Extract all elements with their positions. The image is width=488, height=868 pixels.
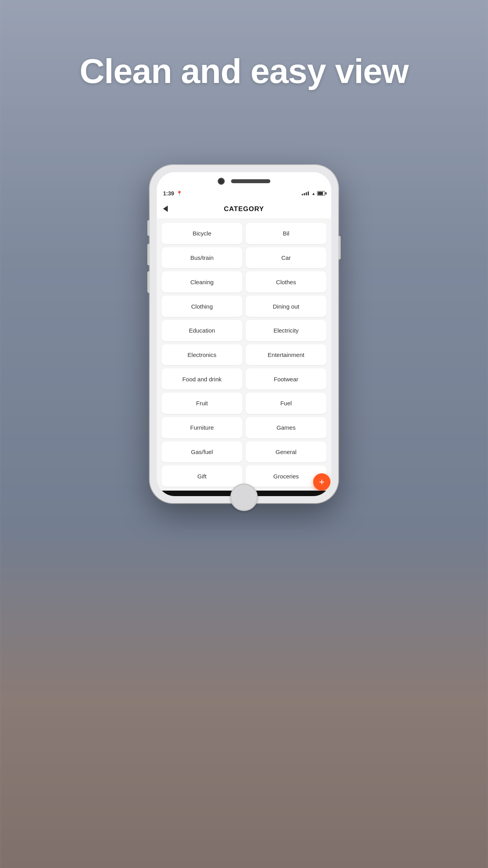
phone-mockup: 1:39 📍 ▲	[150, 165, 338, 503]
screen-title: CATEGORY	[224, 205, 264, 213]
android-recent-button[interactable]	[297, 495, 308, 496]
status-right: ▲	[302, 191, 325, 196]
category-item[interactable]: Entertainment	[246, 344, 327, 366]
back-arrow-icon	[163, 206, 168, 212]
category-item[interactable]: Fruit	[161, 393, 242, 414]
category-item[interactable]: General	[246, 441, 327, 463]
android-back-button[interactable]	[180, 495, 191, 496]
category-item[interactable]: Food and drink	[161, 368, 242, 390]
category-item[interactable]: Gas/fuel	[161, 441, 242, 463]
status-left: 1:39 📍	[163, 190, 182, 197]
home-button[interactable]	[230, 484, 258, 511]
signal-bars	[302, 191, 309, 195]
speaker-grille	[231, 179, 270, 183]
time-display: 1:39	[163, 190, 174, 197]
category-item[interactable]: Clothes	[246, 271, 327, 292]
category-item[interactable]: Electronics	[161, 344, 242, 366]
headline: Clean and easy view	[0, 51, 488, 91]
category-item[interactable]: Games	[246, 417, 327, 438]
category-grid: Bicycle Bil Bus/train Car Cleaning Cloth…	[157, 219, 331, 491]
back-button[interactable]	[163, 204, 168, 214]
category-item[interactable]: Dining out	[246, 296, 327, 317]
category-item[interactable]: Electricity	[246, 320, 327, 341]
category-item[interactable]: Groceries +	[246, 465, 327, 487]
category-item[interactable]: Clothing	[161, 296, 242, 317]
category-item[interactable]: Furniture	[161, 417, 242, 438]
wifi-icon: ▲	[312, 191, 316, 196]
battery-icon	[317, 191, 325, 196]
category-item[interactable]: Bus/train	[161, 247, 242, 268]
power-button	[338, 236, 341, 259]
location-icon: 📍	[176, 191, 182, 196]
add-category-fab[interactable]: +	[313, 473, 330, 491]
phone-outer: 1:39 📍 ▲	[150, 165, 338, 503]
front-camera	[218, 178, 225, 185]
app-screen: 1:39 📍 ▲	[157, 187, 331, 496]
category-item[interactable]: Car	[246, 247, 327, 268]
category-item[interactable]: Fuel	[246, 393, 327, 414]
category-item[interactable]: Bil	[246, 223, 327, 244]
category-item[interactable]: Bicycle	[161, 223, 242, 244]
phone-screen: 1:39 📍 ▲	[157, 172, 331, 496]
category-item[interactable]: Education	[161, 320, 242, 341]
category-item[interactable]: Footwear	[246, 368, 327, 390]
battery-fill	[318, 192, 323, 195]
status-bar: 1:39 📍 ▲	[157, 187, 331, 200]
volume-down-button	[147, 271, 150, 293]
nav-bar: CATEGORY	[157, 200, 331, 219]
category-item[interactable]: Cleaning	[161, 271, 242, 292]
mute-button	[147, 220, 150, 236]
category-item[interactable]: Gift	[161, 465, 242, 487]
volume-up-button	[147, 244, 150, 265]
